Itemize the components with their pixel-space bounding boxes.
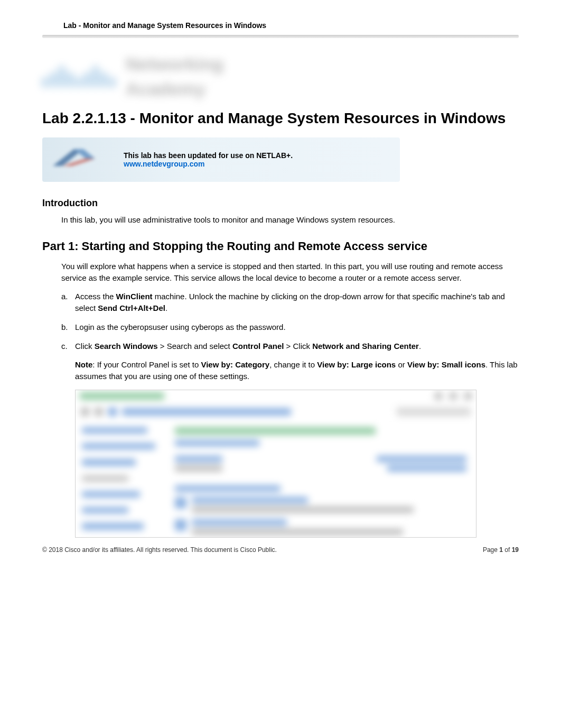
part1-paragraph: You will explore what happens when a ser… xyxy=(61,261,519,284)
step-b-content: Login as the cyberopsuser using cyberops… xyxy=(75,321,519,333)
note-bold-smallicons: View by: Small icons xyxy=(407,360,485,369)
step-c-bold-nsc: Network and Sharing Center xyxy=(312,342,419,351)
option-desc-placeholder xyxy=(192,529,403,535)
step-c-content: Click Search Windows > Search and select… xyxy=(75,340,519,352)
maximize-icon xyxy=(450,392,457,400)
window-title-placeholder xyxy=(80,392,164,400)
footer-page-num: 1 xyxy=(499,546,503,554)
ndg-line1: This lab has been updated for use on NET… xyxy=(124,151,293,160)
connections-placeholder xyxy=(387,465,466,472)
step-b-text-2: using xyxy=(168,322,191,331)
note-bold-category: View by: Category xyxy=(201,360,269,369)
ndg-callout-box: This lab has been updated for use on NET… xyxy=(42,137,400,182)
sidebar-item-placeholder xyxy=(82,507,128,513)
running-header-label: Lab - Monitor and Manage System Resource… xyxy=(63,21,519,30)
step-b-mono-pass: cyberops xyxy=(191,322,223,331)
close-icon xyxy=(464,392,472,400)
step-b-text-1: Login as the xyxy=(75,322,120,331)
page-footer: © 2018 Cisco and/or its affiliates. All … xyxy=(42,546,519,554)
main-heading-placeholder xyxy=(175,427,376,435)
step-b-mono-user: cyberopsuser xyxy=(120,322,168,331)
step-c-bold-controlpanel: Control Panel xyxy=(232,342,284,351)
step-c: c. Click Search Windows > Search and sel… xyxy=(61,340,519,352)
main-subheading-placeholder xyxy=(175,440,259,446)
network-type-placeholder xyxy=(175,465,222,472)
note-bold-note: Note xyxy=(75,360,92,369)
step-c-bold-searchwin: Search Windows xyxy=(95,342,158,351)
step-c-text-1: Click xyxy=(75,342,95,351)
step-c-note: Note: If your Control Panel is set to Vi… xyxy=(75,359,519,382)
access-type-placeholder xyxy=(377,456,466,462)
back-arrow-icon xyxy=(81,408,89,416)
up-arrow-icon xyxy=(108,408,117,416)
step-a: a. Access the WinClient machine. Unlock … xyxy=(61,291,519,314)
sidebar-item-placeholder xyxy=(82,459,136,465)
forward-arrow-icon xyxy=(95,408,103,416)
document-header: Lab - Monitor and Manage System Resource… xyxy=(42,21,519,38)
note-text-2: , change it to xyxy=(269,360,317,369)
section-heading-placeholder xyxy=(175,485,280,492)
minimize-icon xyxy=(435,392,442,400)
network-name-placeholder xyxy=(175,456,222,462)
search-placeholder xyxy=(397,408,471,416)
step-a-bold-winclient: WinClient xyxy=(116,292,153,301)
ndg-link[interactable]: www.netdevgroup.com xyxy=(124,160,293,168)
step-c-text-3: > Click xyxy=(284,342,312,351)
breadcrumb-path-placeholder xyxy=(122,408,291,416)
option-title-placeholder xyxy=(192,519,287,526)
sidebar-item-placeholder xyxy=(82,475,128,482)
academy-logo-text: Networking Academy xyxy=(126,54,223,99)
option-title-placeholder xyxy=(192,497,308,503)
option-desc-placeholder xyxy=(192,506,414,513)
step-c-marker: c. xyxy=(61,340,75,352)
step-b: b. Login as the cyberopsuser using cyber… xyxy=(61,321,519,333)
network-sharing-screenshot xyxy=(75,390,476,538)
step-b-text-3: as the password. xyxy=(223,322,286,331)
sidebar-item-placeholder xyxy=(82,443,155,449)
step-a-content: Access the WinClient machine. Unlock the… xyxy=(75,291,519,314)
logo-word-bottom: Academy xyxy=(126,79,223,99)
note-text-1: : If your Control Panel is set to xyxy=(92,360,201,369)
ndg-logo-icon xyxy=(53,147,111,172)
step-c-text-4: . xyxy=(419,342,421,351)
sidebar-item-placeholder xyxy=(82,523,144,529)
footer-copyright: © 2018 Cisco and/or its affiliates. All … xyxy=(42,546,277,554)
footer-page-pre: Page xyxy=(483,546,499,554)
introduction-paragraph: In this lab, you will use administrative… xyxy=(61,214,519,226)
introduction-heading: Introduction xyxy=(42,198,519,209)
footer-page-mid: of xyxy=(503,546,512,554)
sidebar-item-placeholder xyxy=(82,491,140,497)
note-text-3: or xyxy=(396,360,407,369)
academy-logo-block: Networking Academy xyxy=(42,54,519,99)
step-a-text-3: . xyxy=(165,303,167,312)
footer-page-total: 19 xyxy=(512,546,519,554)
footer-page-info: Page 1 of 19 xyxy=(483,546,519,554)
step-a-text-1: Access the xyxy=(75,292,116,301)
note-bold-largeicons: View by: Large icons xyxy=(317,360,396,369)
logo-word-top: Networking xyxy=(126,54,223,75)
part1-heading: Part 1: Starting and Stopping the Routin… xyxy=(42,239,519,253)
network-setup-icon xyxy=(175,497,186,509)
troubleshoot-icon xyxy=(175,519,186,531)
step-a-marker: a. xyxy=(61,291,75,314)
ndg-callout-text: This lab has been updated for use on NET… xyxy=(124,151,293,168)
lab-title: Lab 2.2.1.13 - Monitor and Manage System… xyxy=(42,110,519,127)
header-divider xyxy=(42,35,519,38)
step-c-text-2: > Search and select xyxy=(158,342,232,351)
cisco-bars-icon xyxy=(42,66,115,87)
sidebar-item-placeholder xyxy=(82,427,147,434)
step-a-bold-sendctrl: Send Ctrl+Alt+Del xyxy=(98,303,165,312)
step-b-marker: b. xyxy=(61,321,75,333)
